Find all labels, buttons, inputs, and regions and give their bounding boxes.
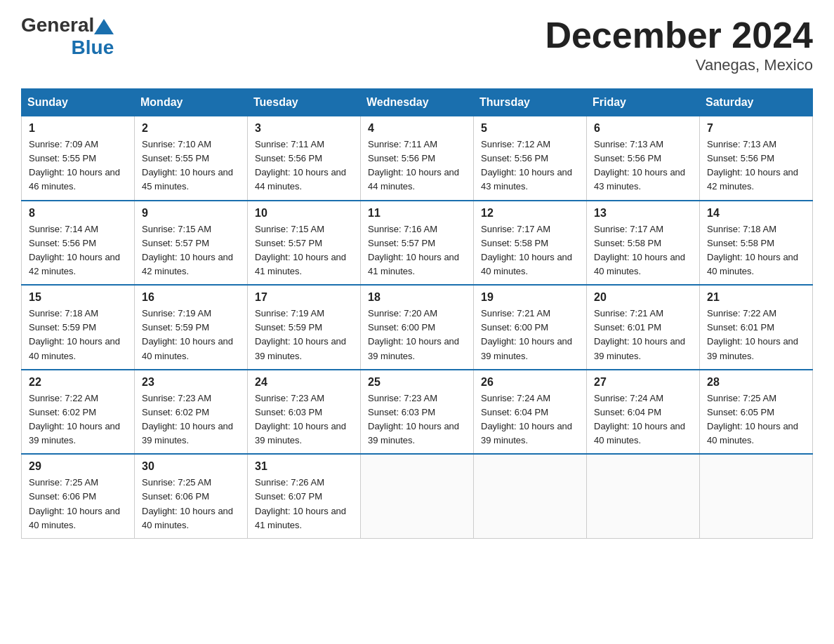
day-number: 30 (142, 460, 240, 473)
table-row: 11Sunrise: 7:16 AMSunset: 5:57 PMDayligh… (361, 201, 474, 286)
day-number: 14 (707, 207, 805, 220)
day-info: Sunrise: 7:25 AMSunset: 6:06 PMDaylight:… (142, 476, 240, 532)
day-number: 15 (29, 291, 127, 304)
day-info: Sunrise: 7:16 AMSunset: 5:57 PMDaylight:… (368, 222, 466, 279)
day-number: 23 (142, 376, 240, 389)
table-row: 6Sunrise: 7:13 AMSunset: 5:56 PMDaylight… (587, 116, 700, 201)
table-row (587, 454, 700, 538)
table-row: 29Sunrise: 7:25 AMSunset: 6:06 PMDayligh… (22, 454, 135, 538)
day-info: Sunrise: 7:23 AMSunset: 6:03 PMDaylight:… (255, 391, 353, 448)
day-number: 16 (142, 291, 240, 304)
day-info: Sunrise: 7:19 AMSunset: 5:59 PMDaylight:… (255, 307, 353, 363)
day-info: Sunrise: 7:19 AMSunset: 5:59 PMDaylight:… (142, 307, 240, 363)
day-info: Sunrise: 7:21 AMSunset: 6:01 PMDaylight:… (594, 307, 692, 363)
table-row (700, 454, 813, 538)
table-row: 2Sunrise: 7:10 AMSunset: 5:55 PMDaylight… (135, 116, 248, 201)
table-row: 3Sunrise: 7:11 AMSunset: 5:56 PMDaylight… (248, 116, 361, 201)
day-info: Sunrise: 7:14 AMSunset: 5:56 PMDaylight:… (29, 222, 127, 279)
day-info: Sunrise: 7:15 AMSunset: 5:57 PMDaylight:… (142, 222, 240, 279)
day-info: Sunrise: 7:26 AMSunset: 6:07 PMDaylight:… (255, 476, 353, 532)
day-number: 6 (594, 122, 692, 135)
table-row: 24Sunrise: 7:23 AMSunset: 6:03 PMDayligh… (248, 370, 361, 455)
table-row: 8Sunrise: 7:14 AMSunset: 5:56 PMDaylight… (22, 201, 135, 286)
header-saturday: Saturday (700, 89, 813, 116)
table-row: 10Sunrise: 7:15 AMSunset: 5:57 PMDayligh… (248, 201, 361, 286)
table-row: 9Sunrise: 7:15 AMSunset: 5:57 PMDaylight… (135, 201, 248, 286)
day-info: Sunrise: 7:18 AMSunset: 5:58 PMDaylight:… (707, 222, 805, 279)
day-info: Sunrise: 7:24 AMSunset: 6:04 PMDaylight:… (594, 391, 692, 448)
month-title: December 2024 (545, 14, 813, 56)
day-number: 18 (368, 291, 466, 304)
calendar-week-row: 15Sunrise: 7:18 AMSunset: 5:59 PMDayligh… (22, 285, 813, 370)
day-info: Sunrise: 7:15 AMSunset: 5:57 PMDaylight:… (255, 222, 353, 279)
page-header: General Blue December 2024 Vanegas, Mexi… (21, 14, 813, 74)
header-tuesday: Tuesday (248, 89, 361, 116)
table-row: 22Sunrise: 7:22 AMSunset: 6:02 PMDayligh… (22, 370, 135, 455)
day-info: Sunrise: 7:17 AMSunset: 5:58 PMDaylight:… (594, 222, 692, 279)
table-row: 1Sunrise: 7:09 AMSunset: 5:55 PMDaylight… (22, 116, 135, 201)
logo-general-text: General (21, 14, 94, 36)
day-info: Sunrise: 7:22 AMSunset: 6:01 PMDaylight:… (707, 307, 805, 363)
day-number: 9 (142, 207, 240, 220)
table-row: 17Sunrise: 7:19 AMSunset: 5:59 PMDayligh… (248, 285, 361, 370)
table-row: 15Sunrise: 7:18 AMSunset: 5:59 PMDayligh… (22, 285, 135, 370)
day-number: 26 (481, 376, 579, 389)
logo: General Blue (21, 14, 114, 59)
day-number: 27 (594, 376, 692, 389)
header-sunday: Sunday (22, 89, 135, 116)
table-row: 16Sunrise: 7:19 AMSunset: 5:59 PMDayligh… (135, 285, 248, 370)
day-info: Sunrise: 7:09 AMSunset: 5:55 PMDaylight:… (29, 137, 127, 194)
day-info: Sunrise: 7:23 AMSunset: 6:03 PMDaylight:… (368, 391, 466, 448)
table-row: 19Sunrise: 7:21 AMSunset: 6:00 PMDayligh… (474, 285, 587, 370)
location: Vanegas, Mexico (545, 56, 813, 74)
calendar-table: Sunday Monday Tuesday Wednesday Thursday… (21, 88, 813, 539)
header-wednesday: Wednesday (361, 89, 474, 116)
day-info: Sunrise: 7:13 AMSunset: 5:56 PMDaylight:… (707, 137, 805, 194)
header-thursday: Thursday (474, 89, 587, 116)
day-number: 1 (29, 122, 127, 135)
day-number: 7 (707, 122, 805, 135)
day-number: 2 (142, 122, 240, 135)
day-info: Sunrise: 7:25 AMSunset: 6:06 PMDaylight:… (29, 476, 127, 532)
day-number: 24 (255, 376, 353, 389)
logo-blue-text: Blue (72, 36, 114, 59)
day-info: Sunrise: 7:25 AMSunset: 6:05 PMDaylight:… (707, 391, 805, 448)
day-number: 19 (481, 291, 579, 304)
day-info: Sunrise: 7:11 AMSunset: 5:56 PMDaylight:… (255, 137, 353, 194)
day-number: 20 (594, 291, 692, 304)
day-number: 10 (255, 207, 353, 220)
calendar-week-row: 1Sunrise: 7:09 AMSunset: 5:55 PMDaylight… (22, 116, 813, 201)
day-number: 25 (368, 376, 466, 389)
table-row: 7Sunrise: 7:13 AMSunset: 5:56 PMDaylight… (700, 116, 813, 201)
day-info: Sunrise: 7:20 AMSunset: 6:00 PMDaylight:… (368, 307, 466, 363)
day-info: Sunrise: 7:17 AMSunset: 5:58 PMDaylight:… (481, 222, 579, 279)
table-row: 26Sunrise: 7:24 AMSunset: 6:04 PMDayligh… (474, 370, 587, 455)
day-number: 28 (707, 376, 805, 389)
logo-triangle-icon (94, 19, 114, 34)
table-row: 23Sunrise: 7:23 AMSunset: 6:02 PMDayligh… (135, 370, 248, 455)
day-info: Sunrise: 7:12 AMSunset: 5:56 PMDaylight:… (481, 137, 579, 194)
day-info: Sunrise: 7:23 AMSunset: 6:02 PMDaylight:… (142, 391, 240, 448)
day-info: Sunrise: 7:22 AMSunset: 6:02 PMDaylight:… (29, 391, 127, 448)
table-row: 27Sunrise: 7:24 AMSunset: 6:04 PMDayligh… (587, 370, 700, 455)
day-number: 31 (255, 460, 353, 473)
day-number: 21 (707, 291, 805, 304)
calendar-header-row: Sunday Monday Tuesday Wednesday Thursday… (22, 89, 813, 116)
table-row: 31Sunrise: 7:26 AMSunset: 6:07 PMDayligh… (248, 454, 361, 538)
day-number: 8 (29, 207, 127, 220)
day-number: 13 (594, 207, 692, 220)
day-info: Sunrise: 7:18 AMSunset: 5:59 PMDaylight:… (29, 307, 127, 363)
table-row: 20Sunrise: 7:21 AMSunset: 6:01 PMDayligh… (587, 285, 700, 370)
day-number: 3 (255, 122, 353, 135)
calendar-week-row: 8Sunrise: 7:14 AMSunset: 5:56 PMDaylight… (22, 201, 813, 286)
day-info: Sunrise: 7:10 AMSunset: 5:55 PMDaylight:… (142, 137, 240, 194)
day-number: 22 (29, 376, 127, 389)
table-row: 18Sunrise: 7:20 AMSunset: 6:00 PMDayligh… (361, 285, 474, 370)
table-row: 14Sunrise: 7:18 AMSunset: 5:58 PMDayligh… (700, 201, 813, 286)
table-row: 28Sunrise: 7:25 AMSunset: 6:05 PMDayligh… (700, 370, 813, 455)
table-row: 13Sunrise: 7:17 AMSunset: 5:58 PMDayligh… (587, 201, 700, 286)
day-info: Sunrise: 7:11 AMSunset: 5:56 PMDaylight:… (368, 137, 466, 194)
table-row: 5Sunrise: 7:12 AMSunset: 5:56 PMDaylight… (474, 116, 587, 201)
table-row: 21Sunrise: 7:22 AMSunset: 6:01 PMDayligh… (700, 285, 813, 370)
table-row (474, 454, 587, 538)
